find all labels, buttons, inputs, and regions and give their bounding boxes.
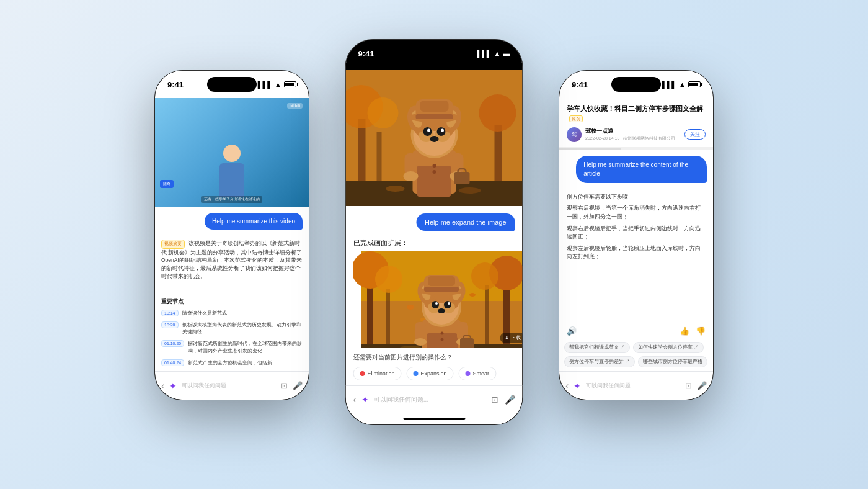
volume-icon[interactable]: 🔊 <box>567 326 577 336</box>
dynamic-island-center <box>403 46 465 63</box>
suggestion-3[interactable]: 侧方位停车与直停的差异 ↗ <box>564 356 635 367</box>
signal-icon-right: ▌▌▌ <box>662 81 676 88</box>
autumn-background <box>346 70 523 206</box>
camera-icon-right[interactable]: ⊡ <box>685 381 692 390</box>
key-point-text-3: 探讨新范式所催生的新时代，在全球范围内带来的影响，对国内外产业生态引发的变化 <box>188 340 303 354</box>
svg-point-58 <box>441 332 444 335</box>
svg-rect-45 <box>485 285 489 348</box>
key-point-text-2: 剖析以大模型为代表的新范式的历史发展、动力引擎和关键路径 <box>182 321 303 335</box>
svg-point-48 <box>375 266 402 293</box>
phone-left-screen: 9:41 ▌▌▌ ▲ bilibili <box>155 71 309 400</box>
expanded-image: ⬇ 下载 <box>353 251 523 348</box>
svg-rect-84 <box>428 276 455 286</box>
expansion-label: Expansion <box>421 370 447 377</box>
dog-image-area <box>346 70 523 206</box>
spark-button-left[interactable]: ✦ <box>169 381 177 391</box>
like-icon[interactable]: 👍 <box>680 326 689 336</box>
center-input[interactable]: 可以问我任何问题... <box>374 395 486 404</box>
left-bottom-bar: ‹ ✦ 可以问我任何问题... ⊡ 🎤 <box>155 371 309 400</box>
svg-rect-60 <box>415 322 426 341</box>
battery-icon-left <box>284 81 296 87</box>
download-button[interactable]: ⬇ 下载 <box>500 333 523 343</box>
key-points-title: 重要节点 <box>161 298 303 306</box>
right-bar-icons: ⊡ 🎤 <box>685 381 707 390</box>
voice-icon-left[interactable]: 🎤 <box>293 381 303 390</box>
svg-point-81 <box>438 308 445 313</box>
author-info: 驾校一点通 2022-02-28 14:13 杭州联桥网络科技有限公司 <box>585 127 681 141</box>
right-bottom-bar: ‹ ✦ 可以问我任何问题... ⊡ 🎤 <box>559 371 713 400</box>
status-icons-center: ▌▌▌ ▲ ▬ <box>477 50 510 57</box>
status-time-center: 9:41 <box>358 49 374 58</box>
svg-point-9 <box>459 187 481 194</box>
article-tag: 原创 <box>569 115 583 122</box>
phone-right: 9:41 ▌▌▌ ▲ 学车人快收藏！科目二侧方停车步骤图文全解 原创 <box>559 71 713 400</box>
suggestions-row: 帮我把它们翻译成英文 ↗ 如何快速学会侧方位停车 ↗ 侧方位停车与直停的差异 ↗… <box>559 338 713 371</box>
back-button-center[interactable]: ‹ <box>353 394 356 405</box>
svg-point-5 <box>479 94 516 132</box>
feedback-row: 🔊 👍 👎 <box>559 324 713 338</box>
ai-tag: 视频摘要 <box>161 240 185 249</box>
right-ai-content: 侧方位停车需要以下步骤： 观察右后视镜，当第一个库角消失时，方向迅速向右打一圈，… <box>559 189 713 324</box>
dislike-icon[interactable]: 👎 <box>696 326 706 336</box>
suggestion-4[interactable]: 哪些城市侧方位停车最严格 <box>638 356 707 367</box>
smear-button[interactable]: Smear <box>459 367 497 380</box>
key-point-time-3: 01:10:20 <box>161 340 184 347</box>
svg-point-59 <box>441 338 444 341</box>
status-icons-right: ▌▌▌ ▲ <box>662 81 701 88</box>
voice-icon-center[interactable]: 🎤 <box>505 395 515 405</box>
wifi-icon-right: ▲ <box>679 81 686 88</box>
svg-point-50 <box>407 305 414 310</box>
svg-rect-38 <box>420 101 449 112</box>
dog-illustration <box>346 70 523 206</box>
svg-point-31 <box>423 127 432 136</box>
ops-title: 还需要对当前图片进行别的操作么？ <box>353 353 515 362</box>
phones-container: 9:41 ▌▌▌ ▲ bilibili <box>155 21 713 468</box>
camera-icon-left[interactable]: ⊡ <box>281 381 288 390</box>
author-name: 驾校一点通 <box>585 127 681 135</box>
suggestion-1[interactable]: 帮我把它们翻译成英文 ↗ <box>564 342 630 353</box>
key-point-1: 10:14 陆奇谈什么是新范式 <box>161 310 303 316</box>
follow-button[interactable]: 关注 <box>684 129 706 140</box>
author-avatar: 驾 <box>567 127 582 142</box>
right-ai-text: 侧方位停车需要以下步骤： 观察右后视镜，当第一个库角消失时，方向迅速向右打一圈，… <box>567 193 706 261</box>
signal-icon-left: ▌▌▌ <box>258 81 272 88</box>
person-name-tag: 陆奇 <box>160 180 174 188</box>
svg-point-33 <box>427 129 430 132</box>
scroll-indicator <box>559 148 713 150</box>
video-caption: 还有一些学学子分出话轮在讨论的 <box>202 196 262 203</box>
svg-point-62 <box>414 338 427 346</box>
home-indicator-center <box>346 414 523 424</box>
suggestion-2[interactable]: 如何快速学会侧方位停车 ↗ <box>633 342 704 353</box>
key-point-2: 18:20 剖析以大模型为代表的新范式的历史发展、动力引擎和关键路径 <box>161 321 303 335</box>
camera-icon-center[interactable]: ⊡ <box>491 395 498 405</box>
svg-point-35 <box>430 136 439 142</box>
svg-rect-85 <box>424 287 459 292</box>
elimination-button[interactable]: Elimination <box>353 367 402 380</box>
video-thumbnail[interactable]: bilibili 陆奇 还有一些学学子分出话轮在讨论的 <box>155 98 309 207</box>
key-point-3: 01:10:20 探讨新范式所催生的新时代，在全球范围内带来的影响，对国内外产业… <box>161 340 303 354</box>
status-time-right: 9:41 <box>572 80 588 89</box>
back-button-left[interactable]: ‹ <box>161 380 164 392</box>
feedback-icons: 👍 👎 <box>680 326 706 336</box>
author-row: 驾 驾校一点通 2022-02-28 14:13 杭州联桥网络科技有限公司 关注 <box>567 127 706 142</box>
svg-point-13 <box>433 170 436 174</box>
expanded-dog-svg <box>353 251 523 348</box>
right-input[interactable]: 可以问我任何问题... <box>586 382 680 390</box>
center-bar-icons: ⊡ 🎤 <box>491 395 515 405</box>
expansion-dot <box>414 371 418 376</box>
phone-center: 9:41 ▌▌▌ ▲ ▬ <box>346 40 523 424</box>
spark-button-right[interactable]: ✦ <box>574 381 581 391</box>
key-point-4: 01:40:24 新范式产生的全方位机会空间，包括新 <box>161 359 303 366</box>
operations-section: 还需要对当前图片进行别的操作么？ Elimination Expansion <box>346 348 523 385</box>
voice-icon-right[interactable]: 🎤 <box>697 381 707 390</box>
key-point-time-2: 18:20 <box>161 321 179 328</box>
center-bottom-bar: ‹ ✦ 可以问我任何问题... ⊡ 🎤 <box>346 385 523 413</box>
left-ai-content: 视频摘要 该视频是关于奇绩创坛举办的以《新范式新时代 新机会》为主题的分享活动，… <box>155 236 309 293</box>
key-point-text-4: 新范式产生的全方位机会空间，包括新 <box>188 359 272 366</box>
svg-point-8 <box>386 186 405 192</box>
expansion-button[interactable]: Expansion <box>407 367 454 380</box>
spark-button-center[interactable]: ✦ <box>361 395 369 405</box>
back-button-right[interactable]: ‹ <box>565 380 569 392</box>
input-placeholder-left[interactable]: 可以问我任何问题... <box>182 382 276 390</box>
svg-rect-44 <box>386 289 390 348</box>
